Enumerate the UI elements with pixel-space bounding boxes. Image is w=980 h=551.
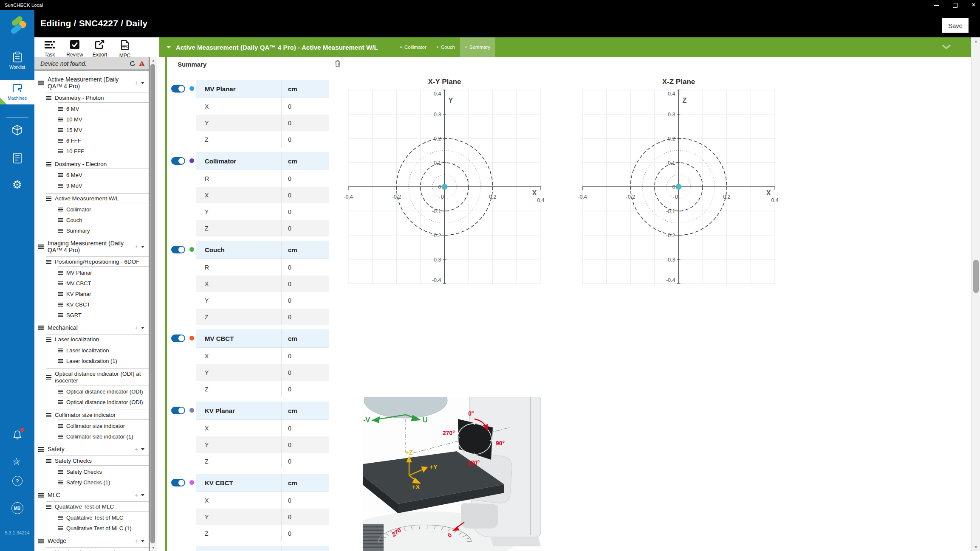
tree-item[interactable]: Collimator size indicator (1) bbox=[58, 431, 149, 442]
tree-item[interactable]: Imaging Measurement (Daily QA™ 4 Pro)+ bbox=[38, 239, 149, 254]
visibility-toggle[interactable] bbox=[171, 246, 185, 253]
drag-handle-icon[interactable] bbox=[38, 326, 44, 330]
tree-item[interactable]: Qualitative Test of MLC (1) bbox=[58, 523, 149, 534]
drag-handle-icon[interactable] bbox=[58, 128, 63, 132]
tree-item[interactable]: 10 FFF bbox=[58, 146, 149, 157]
scroll-down-icon[interactable]: ▼ bbox=[150, 546, 157, 550]
tree-item[interactable]: Qualitative Test of MLC bbox=[58, 511, 149, 523]
add-icon[interactable]: + bbox=[134, 447, 138, 452]
tree-item[interactable]: Wedge+ bbox=[38, 537, 149, 545]
sidebar-item-plans[interactable] bbox=[0, 124, 34, 136]
drag-handle-icon[interactable] bbox=[38, 245, 44, 249]
drag-handle-icon[interactable] bbox=[58, 313, 63, 317]
caret-down-icon[interactable] bbox=[141, 246, 144, 248]
minimize-button[interactable] bbox=[933, 2, 939, 8]
caret-down-icon[interactable] bbox=[141, 540, 144, 542]
sidebar-item-notifications[interactable] bbox=[0, 429, 34, 443]
window-scrollbar[interactable]: ▲ ▼ bbox=[971, 37, 980, 551]
save-button[interactable]: Save bbox=[942, 18, 969, 33]
sidebar-item-reports[interactable] bbox=[0, 152, 34, 164]
drag-handle-icon[interactable] bbox=[38, 539, 44, 543]
drag-handle-icon[interactable] bbox=[58, 470, 63, 474]
drag-handle-icon[interactable] bbox=[58, 400, 63, 404]
drag-handle-icon[interactable] bbox=[58, 208, 63, 211]
drag-handle-icon[interactable] bbox=[58, 435, 63, 439]
tree-scrollbar[interactable]: ▲ ▼ bbox=[149, 57, 157, 551]
tree-item[interactable]: Dosimetry - Electron bbox=[46, 159, 149, 169]
add-icon[interactable]: + bbox=[134, 244, 138, 249]
add-icon[interactable]: + bbox=[134, 80, 138, 85]
tree-item[interactable]: SGRT bbox=[58, 310, 149, 320]
add-icon[interactable]: + bbox=[134, 492, 138, 498]
drag-handle-icon[interactable] bbox=[58, 139, 63, 143]
tree-item[interactable]: Collimator size indicator bbox=[58, 419, 149, 431]
tree-item[interactable]: KV CBCT bbox=[58, 299, 149, 310]
tree-item[interactable]: Safety+ bbox=[38, 445, 149, 453]
caret-down-icon[interactable] bbox=[141, 448, 144, 450]
tree-item[interactable]: Collimator size indicator bbox=[46, 410, 149, 419]
caret-down-icon[interactable] bbox=[141, 327, 144, 329]
drag-handle-icon[interactable] bbox=[58, 292, 63, 296]
tree-item[interactable]: Optical distance indicator (ODI) at isoc… bbox=[46, 368, 149, 385]
drag-handle-icon[interactable] bbox=[58, 107, 63, 111]
tree-item[interactable]: 6 MeV bbox=[58, 169, 149, 180]
toolbar-item-mpc[interactable]: MPCMPC bbox=[113, 37, 137, 59]
tree-scrollbar-thumb[interactable] bbox=[150, 64, 155, 543]
tree-item[interactable]: Optical distance indicator (ODI) at i... bbox=[58, 385, 149, 397]
measurement-tab-collimator[interactable]: Collimator bbox=[395, 37, 432, 57]
drag-handle-icon[interactable] bbox=[46, 337, 51, 342]
drag-handle-icon[interactable] bbox=[58, 173, 63, 177]
visibility-toggle[interactable] bbox=[171, 85, 185, 93]
drag-handle-icon[interactable] bbox=[46, 505, 51, 509]
drag-handle-icon[interactable] bbox=[38, 81, 44, 85]
tree-item[interactable]: Safety Checks (1) bbox=[58, 477, 149, 488]
tree-item[interactable]: 9 MeV bbox=[58, 180, 149, 191]
drag-handle-icon[interactable] bbox=[46, 413, 51, 417]
drag-handle-icon[interactable] bbox=[58, 149, 63, 153]
drag-handle-icon[interactable] bbox=[58, 481, 63, 484]
tree-item[interactable]: Optical distance indicator (ODI) at i... bbox=[58, 397, 149, 408]
drag-handle-icon[interactable] bbox=[58, 281, 63, 285]
tree-item[interactable]: MV CBCT bbox=[58, 278, 149, 289]
trash-icon[interactable] bbox=[334, 60, 341, 67]
drag-handle-icon[interactable] bbox=[58, 526, 63, 530]
caret-down-icon[interactable] bbox=[141, 82, 144, 84]
tree-item[interactable]: Couch bbox=[58, 215, 149, 225]
drag-handle-icon[interactable] bbox=[46, 96, 51, 100]
toolbar-item-export[interactable]: Export bbox=[88, 37, 112, 58]
tree-item[interactable]: Active Measurement W/L bbox=[46, 193, 149, 203]
sidebar-item-settings[interactable]: ⚙ bbox=[0, 179, 34, 191]
tree-item[interactable]: Active Measurement (Daily QA™ 4 Pro)+ bbox=[38, 75, 149, 90]
scroll-up-icon[interactable]: ▲ bbox=[150, 59, 157, 62]
chevron-down-icon[interactable] bbox=[942, 45, 951, 50]
drag-handle-icon[interactable] bbox=[46, 459, 51, 463]
drag-handle-icon[interactable] bbox=[58, 229, 63, 233]
tree-item[interactable]: 6 MV bbox=[58, 102, 149, 114]
maximize-button[interactable] bbox=[952, 2, 958, 8]
tree-item[interactable]: Qualitative Test of MLC bbox=[46, 501, 149, 511]
measurement-tab-couch[interactable]: Couch bbox=[432, 37, 460, 57]
tree-item[interactable]: MV Planar bbox=[58, 266, 149, 278]
drag-handle-icon[interactable] bbox=[46, 375, 51, 380]
sidebar-item-help[interactable]: ? bbox=[0, 476, 34, 486]
window-scrollbar-thumb[interactable] bbox=[973, 260, 979, 293]
drag-handle-icon[interactable] bbox=[38, 447, 44, 452]
tree-item[interactable]: Laser localization bbox=[46, 334, 149, 344]
sidebar-item-account[interactable]: MB bbox=[0, 502, 34, 514]
toolbar-item-review[interactable]: Review bbox=[63, 37, 87, 58]
drag-handle-icon[interactable] bbox=[46, 197, 51, 201]
drag-handle-icon[interactable] bbox=[58, 390, 63, 394]
drag-handle-icon[interactable] bbox=[58, 184, 63, 188]
tree-item[interactable]: 6 FFF bbox=[58, 135, 149, 146]
tree-item[interactable]: Safety Checks bbox=[46, 455, 149, 465]
sidebar-item-machines[interactable]: Machines bbox=[0, 80, 34, 104]
visibility-toggle[interactable] bbox=[171, 407, 185, 414]
visibility-toggle[interactable] bbox=[171, 335, 185, 342]
tree-item[interactable]: Positioning/Repositioning - 6DOF bbox=[46, 256, 149, 266]
tree-item[interactable]: Summary bbox=[58, 225, 149, 236]
drag-handle-icon[interactable] bbox=[58, 516, 63, 520]
tree-item[interactable]: 15 MV bbox=[58, 125, 149, 135]
collapse-caret-icon[interactable] bbox=[166, 46, 171, 48]
drag-handle-icon[interactable] bbox=[46, 260, 51, 264]
drag-handle-icon[interactable] bbox=[58, 349, 63, 352]
